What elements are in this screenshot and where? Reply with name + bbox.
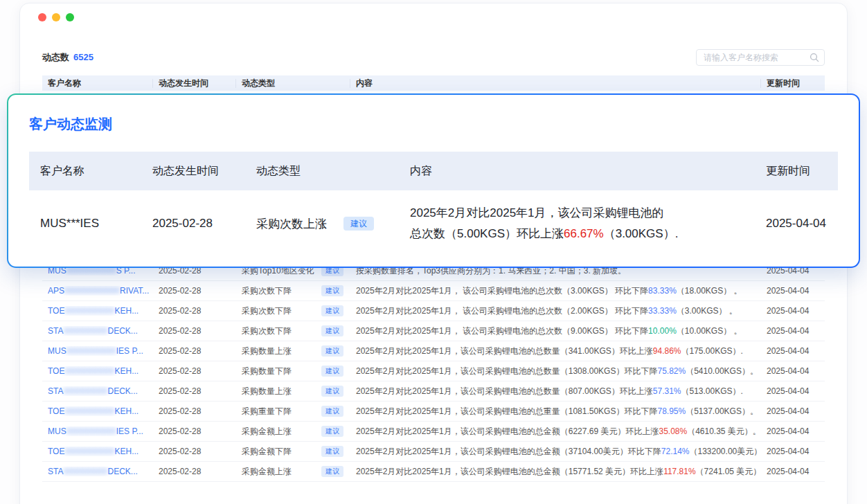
search-input[interactable] bbox=[696, 49, 825, 66]
table-row[interactable]: TOEXXXXXXXXXKEH... 2025-02-28 采购金额下降 建议 … bbox=[42, 442, 825, 462]
customer-name-link[interactable]: APSXXXXXXXXXXRIVAT... bbox=[42, 286, 153, 296]
update-date: 2025-04-04 bbox=[748, 217, 838, 231]
zoom-card-title: 客户动态监测 bbox=[29, 114, 838, 134]
event-date: 2025-02-28 bbox=[153, 467, 236, 476]
search-icon[interactable] bbox=[810, 53, 819, 62]
customer-name-link[interactable]: MUSXXXXXXXXXIES P... bbox=[42, 346, 153, 356]
customer-name-prefix: APS bbox=[48, 286, 64, 296]
event-type: 采购金额下降 bbox=[242, 446, 292, 458]
content-line2: 总次数（5.00KGS）环比上涨66.67%（3.00KGS）. bbox=[410, 224, 748, 244]
content-pre: 总次数（5.00KGS）环比上涨 bbox=[410, 227, 564, 240]
table-row[interactable]: MUSXXXXXXXXXIES P... 2025-02-28 采购金额上涨 建… bbox=[42, 422, 825, 442]
content-percent: 72.14% bbox=[661, 447, 690, 456]
content-pre: 2025年2月对比2025年1月， 该公司采购锂电池的总次数（2.00KGS） … bbox=[356, 306, 648, 316]
event-type-cell: 采购次数上涨 建议 bbox=[244, 216, 397, 232]
event-type: 采购次数上涨 bbox=[256, 216, 327, 232]
event-type: 采购数量上涨 bbox=[242, 386, 292, 397]
suggestion-badge: 建议 bbox=[343, 217, 374, 231]
close-window-icon[interactable] bbox=[38, 13, 46, 21]
customer-name-prefix: TOE bbox=[48, 306, 64, 316]
col-event-date: 动态发生时间 bbox=[153, 79, 236, 88]
content-post: （3.00KGS）. bbox=[604, 227, 679, 240]
event-type-cell: 采购数量下降 建议 bbox=[236, 366, 350, 377]
content-pre: 2025年2月对比2025年1月，该公司采购锂电池的总数量（807.00KGS）… bbox=[356, 386, 653, 396]
customer-name-link[interactable]: TOEXXXXXXXXXKEH... bbox=[42, 406, 153, 416]
table-row[interactable]: APSXXXXXXXXXXRIVAT... 2025-02-28 采购次数下降 … bbox=[42, 281, 825, 301]
content-cell: 2025年2月对比2025年1月，该公司采购锂电池的总金额（37104.00美元… bbox=[350, 446, 761, 458]
col-customer-name: 客户名称 bbox=[29, 164, 140, 179]
customer-name-link[interactable]: MUSXXXXXXXXXIES P... bbox=[42, 426, 153, 436]
content-cell: 2025年2月对比2025年1月，该公司采购锂电池的 总次数（5.00KGS）环… bbox=[397, 203, 748, 245]
suggestion-badge: 建议 bbox=[321, 386, 343, 397]
customer-name-link[interactable]: TOEXXXXXXXXXKEH... bbox=[42, 306, 153, 316]
table-row[interactable]: STAXXXXXXXXDECK... 2025-02-28 采购次数下降 建议 … bbox=[42, 321, 825, 341]
table-row[interactable]: TOEXXXXXXXXXKEH... 2025-02-28 采购数量下降 建议 … bbox=[42, 361, 825, 381]
event-type-cell: 采购金额下降 建议 bbox=[236, 446, 350, 458]
event-type: 采购数量下降 bbox=[242, 366, 292, 377]
customer-name-masked: XXXXXXXXX bbox=[64, 447, 114, 456]
event-type: 采购重量下降 bbox=[242, 406, 292, 417]
table-row[interactable]: MUSXXXXXXXXXIES P... 2025-02-28 采购数量上涨 建… bbox=[42, 341, 825, 361]
content-pre: 2025年2月对比2025年1月，该公司采购锂电池的总重量（1081.50KGS… bbox=[356, 406, 657, 416]
table-row[interactable]: TOEXXXXXXXXXKEH... 2025-02-28 采购重量下降 建议 … bbox=[42, 402, 825, 422]
minimize-window-icon[interactable] bbox=[52, 13, 60, 21]
update-date: 2025-04-04 bbox=[761, 286, 825, 296]
customer-name-suffix: IES P... bbox=[116, 346, 143, 356]
customer-name-link[interactable]: TOEXXXXXXXXXKEH... bbox=[42, 366, 153, 376]
customer-name-masked: XXXXXXXXX bbox=[64, 366, 114, 376]
content-cell: 2025年2月对比2025年1月， 该公司采购锂电池的总次数（2.00KGS） … bbox=[350, 305, 761, 317]
customer-name-masked: XXXXXXXX bbox=[63, 467, 107, 476]
col-update-date: 更新时间 bbox=[761, 79, 825, 88]
content-cell: 2025年2月对比2025年1月，该公司采购锂电池的总数量（341.00KGS）… bbox=[350, 345, 761, 357]
content-percent: 10.00% bbox=[648, 326, 677, 336]
customer-name-masked: XXXXXXXXX bbox=[66, 426, 116, 436]
maximize-window-icon[interactable] bbox=[66, 13, 74, 21]
customer-name-suffix: KEH... bbox=[115, 406, 139, 416]
content-post: （513.00KGS）. bbox=[681, 386, 743, 396]
content-pre: 2025年2月对比2025年1月， 该公司采购锂电池的总次数（9.00KGS） … bbox=[356, 326, 648, 336]
content-cell: 2025年2月对比2025年1月，该公司采购锂电池的总金额（6227.69 美元… bbox=[350, 426, 761, 438]
customer-name-suffix: DECK... bbox=[107, 467, 137, 476]
content-post: （18.00KGS） 。 bbox=[677, 286, 742, 296]
zoom-card-table: 客户名称 动态发生时间 动态类型 内容 更新时间 MUS***IES 2025-… bbox=[29, 152, 838, 257]
content-pre: 2025年2月对比2025年1月，该公司采购锂电池的总金额（6227.69 美元… bbox=[356, 426, 659, 436]
event-date: 2025-02-28 bbox=[153, 406, 236, 416]
table-row[interactable]: STAXXXXXXXXDECK... 2025-02-28 采购金额上涨 建议 … bbox=[42, 462, 825, 482]
customer-name-link[interactable]: TOEXXXXXXXXXKEH... bbox=[42, 447, 153, 456]
update-date: 2025-04-04 bbox=[761, 366, 825, 376]
event-type: 采购金额上涨 bbox=[242, 426, 292, 438]
customer-name-link[interactable]: STAXXXXXXXXDECK... bbox=[42, 467, 153, 476]
content-pre: 2025年2月对比2025年1月，该公司采购锂电池的总数量（341.00KGS）… bbox=[356, 346, 653, 356]
page-title: 动态数6525 bbox=[42, 51, 93, 64]
table-row[interactable]: STAXXXXXXXXDECK... 2025-02-28 采购数量上涨 建议 … bbox=[42, 381, 825, 402]
update-date: 2025-04-04 bbox=[761, 447, 825, 456]
content-percent: 117.81% bbox=[663, 467, 695, 476]
customer-name-link[interactable]: STAXXXXXXXXDECK... bbox=[42, 386, 153, 396]
event-type-cell: 采购次数下降 建议 bbox=[236, 325, 350, 337]
content-pre: 2025年2月对比2025年1月， 该公司采购锂电池的总次数（3.00KGS） … bbox=[356, 286, 648, 296]
customer-name-masked: XXXXXXXX bbox=[63, 386, 107, 396]
customer-name: MUS***IES bbox=[29, 217, 140, 231]
content-post: （3.00KGS） 。 bbox=[677, 306, 738, 316]
event-date: 2025-02-28 bbox=[153, 366, 236, 376]
customer-name-prefix: MUS bbox=[48, 426, 66, 436]
customer-name-link[interactable]: STAXXXXXXXXDECK... bbox=[42, 326, 153, 336]
customer-name-suffix: RIVAT... bbox=[120, 286, 149, 296]
content-cell: 2025年2月对比2025年1月， 该公司采购锂电池的总次数（9.00KGS） … bbox=[350, 325, 761, 337]
content-cell: 2025年2月对比2025年1月，该公司采购锂电池的总金额（15771.52 美… bbox=[350, 466, 761, 478]
table-row[interactable]: TOEXXXXXXXXXKEH... 2025-02-28 采购次数下降 建议 … bbox=[42, 301, 825, 321]
event-date: 2025-02-28 bbox=[140, 217, 244, 231]
col-content: 内容 bbox=[350, 79, 761, 88]
event-type-cell: 采购金额上涨 建议 bbox=[236, 426, 350, 438]
content-cell: 2025年2月对比2025年1月， 该公司采购锂电池的总次数（3.00KGS） … bbox=[350, 285, 761, 297]
col-update-date: 更新时间 bbox=[748, 164, 838, 179]
content-post: （133200.00美元）。 bbox=[690, 447, 762, 456]
event-type-cell: 采购重量下降 建议 bbox=[236, 406, 350, 417]
zoom-table-row[interactable]: MUS***IES 2025-02-28 采购次数上涨 建议 2025年2月对比… bbox=[29, 190, 838, 257]
content-pre: 2025年2月对比2025年1月，该公司采购锂电池的总数量（1308.00KGS… bbox=[356, 366, 657, 376]
col-content: 内容 bbox=[397, 164, 748, 179]
update-date: 2025-04-04 bbox=[761, 306, 825, 316]
dynamics-zoom-card: 客户动态监测 客户名称 动态发生时间 动态类型 内容 更新时间 MUS***IE… bbox=[7, 93, 860, 268]
table-header: 客户名称 动态发生时间 动态类型 内容 更新时间 bbox=[42, 75, 825, 91]
suggestion-badge: 建议 bbox=[321, 466, 343, 477]
